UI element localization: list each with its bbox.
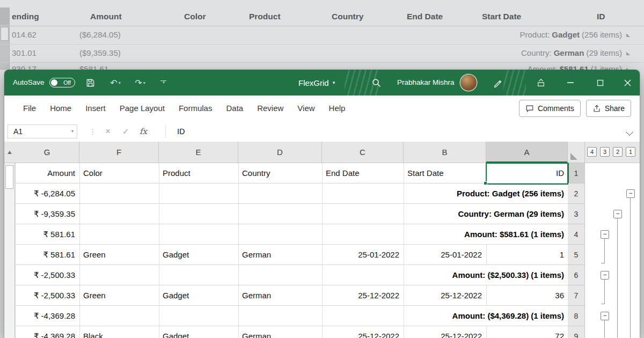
- cell[interactable]: Amount: [16, 163, 80, 183]
- collapse-group-button[interactable]: −: [626, 189, 635, 198]
- row-header-3[interactable]: 3: [568, 204, 585, 224]
- name-box[interactable]: A1 ▾: [8, 124, 77, 138]
- tab-formulas[interactable]: Formulas: [172, 95, 219, 121]
- cell[interactable]: 25-01-2022: [323, 245, 404, 265]
- select-all-corner[interactable]: [568, 142, 585, 163]
- enter-icon[interactable]: ✓: [122, 121, 129, 142]
- cancel-icon[interactable]: ×: [105, 121, 111, 142]
- outline-level-2-button[interactable]: 2: [613, 147, 623, 157]
- column-header-a[interactable]: A: [486, 142, 568, 163]
- cell[interactable]: 25-01-2022: [404, 245, 487, 265]
- tab-help[interactable]: Help: [322, 95, 353, 121]
- redo-button[interactable]: ↷ ▾: [131, 70, 149, 95]
- autosave-toggle[interactable]: Off: [49, 78, 75, 87]
- cell[interactable]: Color: [80, 163, 159, 183]
- outline-level-3-button[interactable]: 3: [600, 147, 610, 157]
- cell[interactable]: ₹ 581.61: [16, 245, 80, 265]
- cell[interactable]: [323, 224, 404, 245]
- formula-bar-grip[interactable]: ⋮: [89, 121, 97, 142]
- cell[interactable]: [80, 306, 159, 326]
- ribbon-display-options-button[interactable]: [528, 70, 554, 95]
- insert-function-icon[interactable]: fx: [140, 121, 147, 142]
- cell[interactable]: [159, 183, 239, 204]
- share-button[interactable]: Share: [586, 100, 631, 117]
- cell[interactable]: [80, 265, 159, 285]
- cell[interactable]: [159, 204, 239, 224]
- tab-insert[interactable]: Insert: [78, 95, 113, 121]
- formula-input[interactable]: ID: [177, 121, 185, 142]
- cell[interactable]: German: [239, 245, 323, 265]
- inking-pen-button[interactable]: [490, 70, 506, 95]
- column-header-g[interactable]: G: [15, 142, 79, 163]
- save-button[interactable]: [83, 70, 98, 95]
- cell[interactable]: Start Date: [404, 163, 487, 183]
- cell[interactable]: [323, 306, 404, 326]
- cell[interactable]: [239, 265, 323, 285]
- row-header-8[interactable]: 8: [568, 306, 585, 326]
- cell[interactable]: Gadget: [159, 245, 239, 265]
- tab-home[interactable]: Home: [43, 95, 78, 121]
- cell[interactable]: [80, 183, 159, 204]
- vertical-scrollbar[interactable]: [4, 142, 15, 338]
- cell[interactable]: End Date: [323, 163, 404, 183]
- cell[interactable]: 72: [487, 326, 568, 338]
- customize-quick-access-button[interactable]: ▾: [157, 70, 170, 95]
- cell[interactable]: Amount: $581.61 (1 items): [404, 224, 568, 245]
- cell[interactable]: ₹ -2,500.33: [16, 265, 80, 285]
- row-header-2[interactable]: 2: [568, 183, 585, 204]
- cell[interactable]: 36: [487, 285, 568, 306]
- cell[interactable]: 25-12-2022: [323, 285, 404, 306]
- close-button[interactable]: [614, 70, 640, 95]
- scrollbar-thumb[interactable]: [5, 165, 13, 189]
- cell[interactable]: ₹ -4,369.28: [16, 306, 80, 326]
- expand-formula-bar-icon[interactable]: [626, 128, 633, 136]
- cell[interactable]: Country: [239, 163, 323, 183]
- cell[interactable]: Gadget: [159, 285, 239, 306]
- cell[interactable]: [159, 265, 239, 285]
- cell[interactable]: ₹ -6,284.05: [16, 183, 80, 204]
- cell[interactable]: 25-12-2022: [404, 285, 487, 306]
- row-header-6[interactable]: 6: [568, 265, 585, 285]
- row-header-9[interactable]: 9: [568, 326, 585, 338]
- search-button[interactable]: [368, 70, 384, 95]
- cell[interactable]: [80, 204, 159, 224]
- cell[interactable]: [159, 224, 239, 245]
- cell[interactable]: [159, 306, 239, 326]
- column-header-e[interactable]: E: [159, 142, 238, 163]
- collapse-group-button[interactable]: −: [601, 230, 609, 239]
- cell[interactable]: [323, 183, 404, 204]
- row-header-1[interactable]: 1: [568, 163, 585, 183]
- cell[interactable]: [239, 306, 323, 326]
- row-header-4[interactable]: 4: [568, 224, 585, 245]
- cell[interactable]: [323, 204, 404, 224]
- column-header-f[interactable]: F: [79, 142, 159, 163]
- column-header-d[interactable]: D: [238, 142, 322, 163]
- cell[interactable]: 25-12-2022: [323, 326, 404, 338]
- cell[interactable]: Green: [80, 245, 159, 265]
- cell[interactable]: Amount: ($4,369.28) (1 items): [404, 306, 568, 326]
- tab-review[interactable]: Review: [250, 95, 290, 121]
- comments-button[interactable]: Comments: [519, 100, 581, 117]
- cell[interactable]: 1: [487, 245, 568, 265]
- collapse-group-button[interactable]: −: [613, 210, 622, 218]
- tab-file[interactable]: File: [16, 95, 43, 121]
- document-title-dropdown[interactable]: FlexGrid ▾: [298, 70, 335, 95]
- cell[interactable]: Product: [159, 163, 239, 183]
- cell[interactable]: Product: Gadget (256 items): [404, 183, 568, 204]
- cell[interactable]: ₹ -2,500.33: [16, 285, 80, 306]
- cell[interactable]: Black: [80, 326, 159, 338]
- cell[interactable]: Country: German (29 items): [404, 204, 568, 224]
- cell[interactable]: Green: [80, 285, 159, 306]
- cell[interactable]: German: [239, 326, 323, 338]
- cell[interactable]: Gadget: [159, 326, 239, 338]
- cell[interactable]: ₹ -4,369.28: [16, 326, 80, 338]
- cell[interactable]: Amount: ($2,500.33) (1 items): [404, 265, 568, 285]
- cell[interactable]: [239, 183, 323, 204]
- tab-view[interactable]: View: [290, 95, 321, 121]
- tab-data[interactable]: Data: [219, 95, 250, 121]
- outline-level-1-button[interactable]: 1: [626, 147, 635, 157]
- maximize-button[interactable]: [587, 70, 613, 95]
- cell[interactable]: [323, 265, 404, 285]
- row-header-7[interactable]: 7: [568, 285, 585, 306]
- column-header-c[interactable]: C: [322, 142, 404, 163]
